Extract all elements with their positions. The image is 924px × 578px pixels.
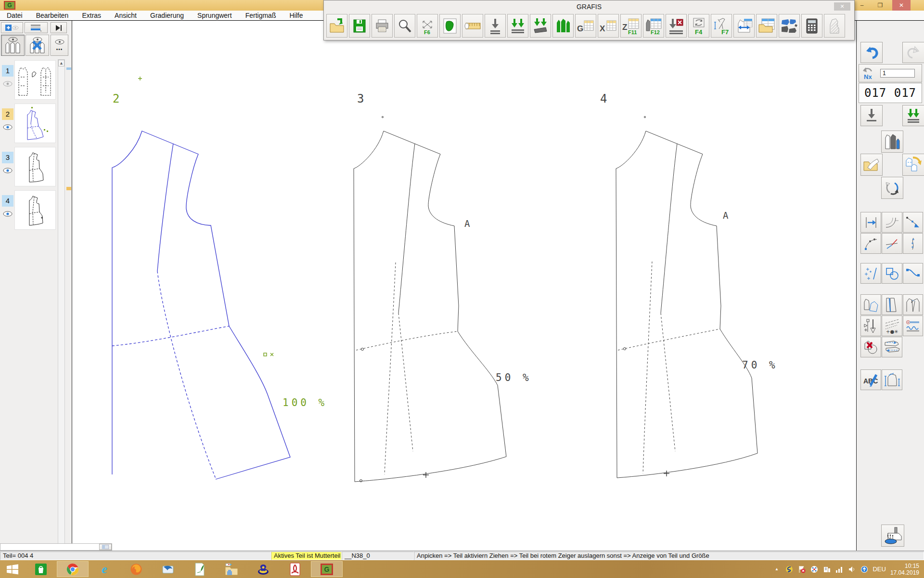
clock[interactable]: 10:15 17.04.2019 <box>890 563 922 576</box>
insert-one-button[interactable] <box>860 105 883 126</box>
part-thumbnail[interactable] <box>14 60 56 100</box>
nx-count-field[interactable]: 1 <box>880 69 915 78</box>
menu-bearbeiten[interactable]: Bearbeiten <box>29 11 76 21</box>
maximize-button[interactable]: ❐ <box>871 0 889 11</box>
curve-plus-points-button[interactable] <box>903 233 923 254</box>
minimize-button[interactable]: – <box>853 0 871 11</box>
show-all-parts-button[interactable] <box>1 35 25 56</box>
line-cross-button[interactable] <box>882 233 902 254</box>
dart-rotate-button[interactable] <box>860 294 881 315</box>
taskbar-store-icon[interactable] <box>25 561 57 577</box>
curve-points-button[interactable] <box>860 233 881 254</box>
pane-split-icon[interactable] <box>99 544 112 550</box>
neck-dart-button[interactable] <box>903 294 923 315</box>
drawing-canvas[interactable]: 2 100 % 3 A 50 % 4 A 70 % <box>72 21 856 551</box>
pattern-piece-2[interactable] <box>112 131 290 479</box>
delete-element-button[interactable] <box>860 337 881 357</box>
measure-part-button[interactable] <box>882 369 902 390</box>
part-thumbnail[interactable] <box>14 104 56 143</box>
tray-teamviewer-icon[interactable] <box>810 565 818 573</box>
part-thumbnail[interactable] <box>14 190 56 230</box>
visibility-eye-icon[interactable] <box>2 124 13 131</box>
x-table-button[interactable]: X <box>598 14 619 38</box>
corner-round-button[interactable] <box>882 212 902 233</box>
toolbar-close-icon[interactable]: ✕ <box>834 2 850 11</box>
menu-ansicht[interactable]: Ansicht <box>108 11 143 21</box>
taskbar-burner-icon[interactable] <box>247 561 279 577</box>
taskbar-explorer-icon[interactable] <box>216 561 247 577</box>
next-part-button[interactable] <box>51 22 67 33</box>
z-table-f11-button[interactable]: ZF11 <box>620 14 642 38</box>
sidebar-h-scrollbar[interactable] <box>0 543 112 551</box>
iron-tool-button[interactable] <box>881 525 904 547</box>
refresh-f4-button[interactable]: F4 <box>688 14 709 38</box>
seam-allowance-button[interactable] <box>903 315 923 336</box>
visibility-eye-icon[interactable] <box>2 210 13 217</box>
menu-fertigmass[interactable]: Fertigmaß <box>239 11 283 21</box>
menu-gradierung[interactable]: Gradierung <box>143 11 191 21</box>
hide-parts-button[interactable] <box>26 35 49 56</box>
pattern-piece-3[interactable] <box>354 117 506 482</box>
remove-insert-button[interactable] <box>666 14 687 38</box>
taskbar-thunderbird-icon[interactable] <box>152 561 184 577</box>
menu-datei[interactable]: Datei <box>0 11 29 21</box>
square-circle-button[interactable] <box>882 263 902 284</box>
taskbar-ie-icon[interactable]: e <box>89 561 120 577</box>
language-indicator[interactable]: DEU <box>873 565 886 573</box>
grafis-toolbar-window[interactable]: GRAFIS ✕ F6 <box>323 0 855 40</box>
layer-list-button[interactable] <box>25 22 48 33</box>
insert-all-sizes-button[interactable] <box>507 14 528 38</box>
part-thumbnail[interactable] <box>14 147 56 186</box>
taskbar-grafis-icon[interactable]: G <box>311 561 343 577</box>
part-table-f12-button[interactable]: F12 <box>643 14 664 38</box>
visibility-eye-icon[interactable] <box>2 167 13 174</box>
polyline-direction-button[interactable] <box>903 212 923 233</box>
points-line-button[interactable] <box>860 263 881 284</box>
visibility-eye-icon[interactable] <box>2 80 13 87</box>
tray-volume-icon[interactable] <box>847 565 856 573</box>
scroll-up-icon[interactable]: ▲ <box>58 60 64 66</box>
undo-button[interactable] <box>860 42 883 63</box>
grade-all-button[interactable] <box>552 14 574 38</box>
taskbar-pdf-icon[interactable] <box>279 561 311 577</box>
mirror-copy-button[interactable] <box>882 337 902 357</box>
calculator-button[interactable] <box>801 14 822 38</box>
folder-table-button[interactable] <box>756 14 777 38</box>
taskbar-firefox-icon[interactable] <box>120 561 152 577</box>
tray-expand-icon[interactable]: ▲ <box>772 565 781 573</box>
visibility-options-button[interactable]: ••• <box>51 35 68 56</box>
pattern-piece-4[interactable] <box>616 117 757 478</box>
undo-nx-button[interactable]: Nx 1 <box>859 64 922 82</box>
close-button[interactable]: ✕ <box>892 0 911 11</box>
g-table-button[interactable]: G <box>575 14 596 38</box>
taskbar-writer-icon[interactable] <box>184 561 216 577</box>
tray-flag-icon[interactable] <box>797 565 806 573</box>
print-button[interactable] <box>372 14 393 38</box>
part-piece-button[interactable] <box>439 14 461 38</box>
point-on-line-button[interactable] <box>860 212 881 233</box>
move-f6-button[interactable]: F6 <box>417 14 438 38</box>
taskbar-chrome-icon[interactable] <box>57 561 89 577</box>
part-select-button[interactable] <box>881 131 903 153</box>
text-tool-button[interactable]: ABC <box>860 369 881 390</box>
line-style-symbols-button[interactable]: +●✳ <box>882 315 902 336</box>
hatch-piece-button[interactable] <box>824 14 845 38</box>
tray-upload-icon[interactable] <box>860 565 868 573</box>
add-part-button[interactable] <box>1 22 23 33</box>
insert-all-button[interactable] <box>902 105 924 126</box>
open-file-button[interactable] <box>326 14 347 38</box>
fit-width-table-button[interactable] <box>733 14 755 38</box>
start-button[interactable] <box>0 561 25 577</box>
save-button[interactable] <box>349 14 370 38</box>
redo-button[interactable] <box>902 42 924 63</box>
grainline-symbols-button[interactable] <box>860 315 881 336</box>
insert-single-button[interactable] <box>485 14 506 38</box>
bezier-curve-button[interactable] <box>903 263 923 284</box>
tray-network-icon[interactable] <box>835 565 843 573</box>
measure-tape-button[interactable] <box>462 14 483 38</box>
part-copy-button[interactable] <box>902 154 924 176</box>
insert-to-part-button[interactable] <box>530 14 551 38</box>
lay-plan-button[interactable] <box>779 14 800 38</box>
zoom-button[interactable] <box>394 14 415 38</box>
tray-swirl-icon[interactable] <box>785 565 793 573</box>
